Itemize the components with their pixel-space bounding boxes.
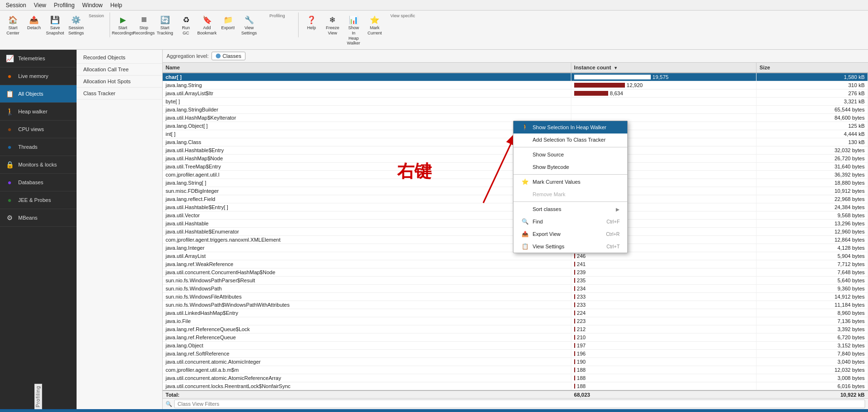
- start-recordings-button[interactable]: ▶ StartRecordings: [113, 12, 133, 37]
- table-row[interactable]: java.util.concurrent.locks.ReentrantLock…: [163, 382, 868, 391]
- table-row[interactable]: sun.nio.fs.WindowsPath$WindowsPathWithAt…: [163, 301, 868, 309]
- cell-name: com.jprofiler.agent.triggers.nanoxml.XML…: [163, 236, 571, 244]
- stop-recordings-button[interactable]: ⏹ StopRecordings: [134, 12, 154, 37]
- table-row[interactable]: java.lang.ref.SoftReference1967,840 byte…: [163, 350, 868, 358]
- cell-name: java.lang.Integer: [163, 244, 571, 252]
- table-row[interactable]: java.lang.Object1973,152 bytes: [163, 342, 868, 350]
- context-menu-item-sort-classes[interactable]: Sort classes▶: [513, 203, 627, 215]
- view-settings-toolbar-button[interactable]: 🔧 ViewSettings: [239, 12, 259, 37]
- table-row[interactable]: char[ ]19,5751,580 kB: [163, 73, 868, 81]
- context-menu: 🚶Show Selection In Heap WalkerAdd Select…: [513, 121, 628, 253]
- menu-profiling[interactable]: Profiling: [50, 1, 78, 10]
- filter-input[interactable]: [174, 400, 865, 408]
- sidebar-item-heap-walker[interactable]: 🚶 Heap walker: [0, 103, 77, 121]
- sidebar-item-all-objects[interactable]: 📋 All Objects: [0, 85, 77, 103]
- context-menu-item-view-settings[interactable]: 📋View SettingsCtrl+T: [513, 240, 627, 253]
- start-center-label: StartCenter: [6, 25, 19, 36]
- detach-icon: 📤: [28, 14, 40, 25]
- cell-name: char[ ]: [163, 73, 571, 81]
- cell-name: java.util.concurrent.atomic.AtomicIntege…: [163, 358, 571, 366]
- run-gc-icon: ♻: [180, 14, 192, 25]
- column-name[interactable]: Name: [163, 63, 571, 73]
- sidebar-item-monitors-locks[interactable]: 🔒 Monitors & locks: [0, 156, 77, 174]
- help-button[interactable]: ❓ Help: [301, 12, 322, 32]
- run-gc-button[interactable]: ♻ Run GC: [176, 12, 196, 37]
- sidebar-item-cpu-views[interactable]: ● CPU views: [0, 121, 77, 138]
- table-row[interactable]: java.lang.StringBuilder65,544 bytes: [163, 106, 868, 114]
- start-center-button[interactable]: 🏠 StartCenter: [3, 12, 23, 37]
- context-menu-item-show-bytecode[interactable]: Show Bytecode: [513, 161, 627, 173]
- sub-sidebar-item-allocation-hot-spots[interactable]: Allocation Hot Spots: [77, 76, 162, 88]
- add-bookmark-button[interactable]: 🔖 AddBookmark: [197, 12, 217, 37]
- cpu-views-label: CPU views: [18, 126, 44, 132]
- table-row[interactable]: java.lang.ref.WeakReference2417,712 byte…: [163, 260, 868, 268]
- cell-instance-count: 196: [571, 350, 757, 358]
- table-row[interactable]: java.util.concurrent.ConcurrentHashMap$N…: [163, 268, 868, 277]
- export-button[interactable]: 📁 Export!: [218, 12, 238, 32]
- context-menu-item-mark-current-values[interactable]: ⭐Mark Current Values: [513, 176, 627, 188]
- table-row[interactable]: java.util.ArrayList$Itr8,634276 kB: [163, 89, 868, 98]
- cell-name: java.util.concurrent.ConcurrentHashMap$N…: [163, 268, 571, 277]
- heap-walker-label: Heap walker: [18, 109, 47, 114]
- context-menu-item-show-selection-heap[interactable]: 🚶Show Selection In Heap Walker: [513, 121, 627, 134]
- databases-icon: ●: [5, 178, 14, 187]
- menu-view[interactable]: View: [30, 1, 50, 10]
- table-row[interactable]: java.util.ArrayList2465,904 bytes: [163, 252, 868, 260]
- context-menu-item-find[interactable]: 🔍FindCtrl+F: [513, 215, 627, 228]
- cell-instance-count: 8,634: [571, 89, 757, 98]
- sort-arrow: ▼: [613, 66, 618, 70]
- sidebar-item-threads[interactable]: ● Threads: [0, 138, 77, 156]
- table-row[interactable]: sun.nio.fs.WindowsFileAttributes23314,91…: [163, 293, 868, 301]
- sidebar-item-live-memory[interactable]: ● Live memory: [0, 67, 77, 85]
- ctx-item-shortcut-view-settings: Ctrl+T: [607, 244, 620, 249]
- sub-sidebar-item-recorded-objects[interactable]: Recorded Objects: [77, 52, 162, 64]
- cell-size: 84,600 bytes: [757, 114, 868, 122]
- sub-sidebar-item-class-tracker[interactable]: Class Tracker: [77, 88, 162, 100]
- cell-size: 125 kB: [757, 122, 868, 130]
- table-row[interactable]: java.util.concurrent.atomic.AtomicRefere…: [163, 374, 868, 382]
- table-row[interactable]: java.util.concurrent.atomic.AtomicIntege…: [163, 358, 868, 366]
- show-in-heap-button[interactable]: 📊 Show InHeap Walker: [344, 12, 364, 47]
- table-row[interactable]: sun.nio.fs.WindowsPath2349,360 bytes: [163, 285, 868, 293]
- live-memory-icon: ●: [5, 71, 14, 81]
- cell-name: java.lang.Class: [163, 138, 571, 146]
- column-instance-count[interactable]: Instance count ▼: [571, 63, 757, 73]
- cell-size: 4,444 kB: [757, 130, 868, 138]
- cell-size: 36,392 bytes: [757, 171, 868, 179]
- sidebar-item-jee-probes[interactable]: ● JEE & Probes: [0, 191, 77, 209]
- mark-current-button[interactable]: ⭐ MarkCurrent: [365, 12, 385, 37]
- sub-sidebar-item-allocation-call-tree[interactable]: Allocation Call Tree: [77, 64, 162, 76]
- cell-name: java.lang.Object: [163, 342, 571, 350]
- menu-session[interactable]: Session: [2, 1, 30, 10]
- session-settings-button[interactable]: ⚙️ SessionSettings: [66, 12, 86, 37]
- detach-button[interactable]: 📤 Detach: [24, 12, 44, 32]
- column-size[interactable]: Size: [757, 63, 868, 73]
- toolbar-group-session-label: Session: [87, 13, 106, 18]
- aggregation-classes-button[interactable]: Classes: [211, 52, 245, 60]
- table-row[interactable]: java.io.File2237,136 bytes: [163, 317, 868, 325]
- table-row[interactable]: java.lang.ref.ReferenceQueue$Lock2123,39…: [163, 325, 868, 334]
- sidebar-item-mbeans[interactable]: ⚙ MBeans: [0, 209, 77, 227]
- menu-window[interactable]: Window: [78, 1, 107, 10]
- cell-size: 6,720 bytes: [757, 334, 868, 342]
- cell-size: 3,392 bytes: [757, 325, 868, 334]
- table-row[interactable]: java.lang.String12,920310 kB: [163, 81, 868, 89]
- menu-help[interactable]: Help: [107, 1, 126, 10]
- table-row[interactable]: java.lang.ref.ReferenceQueue2106,720 byt…: [163, 334, 868, 342]
- freeze-view-button[interactable]: ❄ FreezeView: [323, 12, 343, 37]
- table-row[interactable]: java.util.LinkedHashMap$Entry2248,960 by…: [163, 309, 868, 317]
- sidebar-item-databases[interactable]: ● Databases: [0, 174, 77, 191]
- cell-name: java.lang.String: [163, 81, 571, 89]
- context-menu-item-show-source[interactable]: Show Source: [513, 148, 627, 161]
- table-row[interactable]: sun.nio.fs.WindowsPathParser$Result2355,…: [163, 277, 868, 285]
- context-menu-item-export-view[interactable]: 📤Export ViewCtrl+R: [513, 228, 627, 240]
- cell-name: java.lang.ref.WeakReference: [163, 260, 571, 268]
- table-row[interactable]: byte[ ]3,321 kB: [163, 98, 868, 106]
- ctx-item-label-show-bytecode: Show Bytecode: [533, 164, 569, 170]
- sidebar-item-telemetries[interactable]: 📈 Telemetries: [0, 50, 77, 67]
- start-tracking-button[interactable]: 🔄 StartTracking: [155, 12, 175, 37]
- show-in-heap-icon: 📊: [348, 14, 359, 25]
- context-menu-item-add-selection-class[interactable]: Add Selection To Class Tracker: [513, 134, 627, 146]
- save-snapshot-button[interactable]: 💾 SaveSnapshot: [45, 12, 65, 37]
- table-row[interactable]: com.jprofiler.agent.util.a.b.m$m18812,03…: [163, 366, 868, 374]
